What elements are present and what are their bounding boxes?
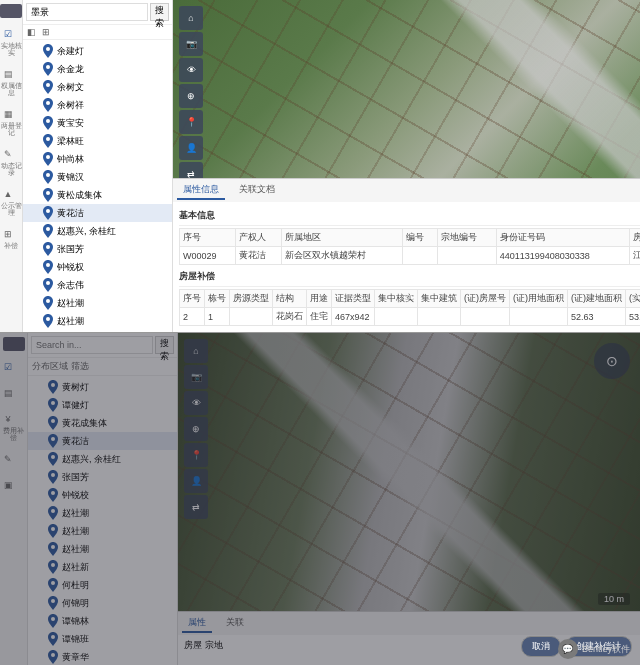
tree-header: 分布区域 筛选 [28, 358, 177, 376]
compass-icon[interactable]: ⊙ [594, 343, 630, 379]
info-panel: 基本信息 序号产权人所属地区编号宗地编号身份证号码房屋地址调查时间征地范围W00… [173, 202, 640, 332]
tree-item[interactable]: 钟锐校 [28, 486, 177, 504]
tree-item[interactable]: 张国芳 [28, 468, 177, 486]
map-tool-icon[interactable]: ⇄ [179, 162, 203, 178]
tree-item[interactable]: 黄锦汉 [23, 168, 172, 186]
tab-prop[interactable]: 属性 [182, 614, 212, 633]
pin-icon [48, 398, 58, 412]
tree-label: 余树祥 [57, 99, 84, 112]
tree-item[interactable]: 赵社新 [28, 558, 177, 576]
tree-item[interactable]: 谭健灯 [28, 396, 177, 414]
nav-icon[interactable]: ▤ [0, 66, 16, 82]
tree: 黄树灯谭健灯黄花成集体黄花洁赵惠兴, 余桂红张国芳钟锐校赵社潮赵社潮赵社潮赵社新… [28, 376, 177, 665]
sub-tab[interactable]: 房屋 [184, 640, 202, 650]
tree-item[interactable]: 黄树灯 [28, 378, 177, 396]
tree-label: 余志伟 [57, 279, 84, 292]
svg-point-7 [46, 173, 50, 177]
tree-item[interactable]: 赵社潮 [28, 540, 177, 558]
map-viewport[interactable]: ⌂📷👁⊕📍👤⇄ ⊙ 10 m [178, 333, 640, 611]
map-tool-icon[interactable]: 👁 [184, 391, 208, 415]
tree-item[interactable]: 黄松成集体 [23, 186, 172, 204]
tree-item[interactable]: 赵惠兴, 余桂红 [28, 450, 177, 468]
tree-item[interactable]: 赵社潮 [23, 294, 172, 312]
nav-icon[interactable]: ✎ [0, 451, 16, 467]
tree-item[interactable]: 钟锐权 [23, 258, 172, 276]
tab-properties[interactable]: 属性信息 [177, 181, 225, 200]
map-viewport[interactable]: ⌂📷👁⊕📍👤⇄ ⊙ 负责 30 m [173, 0, 640, 178]
tree-label: 谭锦班 [62, 633, 89, 646]
nav-icon[interactable]: ✎ [0, 146, 16, 162]
tab-documents[interactable]: 关联文档 [233, 181, 281, 200]
tree-item[interactable]: 余树文 [23, 78, 172, 96]
tree-item[interactable]: 余金龙 [23, 60, 172, 78]
svg-point-1 [46, 65, 50, 69]
tool-icon[interactable]: ◧ [27, 27, 36, 37]
main-area: ⌂📷👁⊕📍👤⇄ ⊙ 10 m 属性 关联 房屋 宗地 [178, 333, 640, 665]
nav-icon[interactable]: ▦ [0, 106, 16, 122]
nav-label: 动态记录 [0, 162, 22, 176]
map-tool-icon[interactable]: ⊕ [184, 417, 208, 441]
nav-icon[interactable]: ☑ [0, 26, 16, 42]
nav-icon[interactable]: ¥ [0, 411, 16, 427]
tree-label: 赵社新 [62, 561, 89, 574]
tree-item[interactable]: 赵社潮 [28, 522, 177, 540]
tree-item[interactable]: 黄花洁 [28, 432, 177, 450]
svg-point-40 [51, 599, 55, 603]
map-tool-icon[interactable]: ⊕ [179, 84, 203, 108]
tree-item[interactable]: 余建灯 [23, 42, 172, 60]
tree-item[interactable]: 赵社鞋 [23, 330, 172, 332]
nav-icon[interactable]: ▤ [0, 385, 16, 401]
tree-item[interactable]: 黄宝安 [23, 114, 172, 132]
search-button[interactable]: 搜索 [155, 336, 174, 354]
tree-item[interactable]: 何锦明 [28, 594, 177, 612]
search-input[interactable] [26, 3, 148, 21]
tree-item[interactable]: 张国芳 [23, 240, 172, 258]
tree-item[interactable]: 赵惠兴, 余桂红 [23, 222, 172, 240]
tree-item[interactable]: 余树祥 [23, 96, 172, 114]
tree-item[interactable]: 赵社潮 [28, 504, 177, 522]
nav-icon[interactable]: ▲ [0, 186, 16, 202]
map-tool-icon[interactable]: 👤 [179, 136, 203, 160]
tree-label: 余金龙 [57, 63, 84, 76]
tool-icon[interactable]: ⊞ [42, 27, 50, 37]
tree-item[interactable]: 赵社潮 [23, 312, 172, 330]
cell: 江门市新会区双水镇越荣村北心 [630, 247, 640, 265]
app-logo [0, 4, 22, 18]
map-tool-icon[interactable]: 📷 [179, 32, 203, 56]
map-tool-icon[interactable]: 👤 [184, 469, 208, 493]
tree-item[interactable]: 谭锦班 [28, 630, 177, 648]
nav-icon[interactable]: ⊞ [0, 226, 16, 242]
tree-item[interactable]: 何杜明 [28, 576, 177, 594]
tree-label: 何锦明 [62, 597, 89, 610]
cancel-button[interactable]: 取消 [521, 636, 561, 657]
svg-point-15 [46, 317, 50, 321]
cell: W00029 [180, 247, 236, 265]
tree-item[interactable]: 黄章华 [28, 648, 177, 665]
map-tool-icon[interactable]: 📷 [184, 365, 208, 389]
tree-item[interactable]: 余志伟 [23, 276, 172, 294]
map-tool-icon[interactable]: ⌂ [179, 6, 203, 30]
svg-point-34 [51, 491, 55, 495]
search-button[interactable]: 搜索 [150, 3, 169, 21]
tree-item[interactable]: 钟尚林 [23, 150, 172, 168]
search-input[interactable] [31, 336, 153, 354]
cell: 467x942 [332, 308, 375, 326]
tab-doc[interactable]: 关联 [220, 614, 250, 633]
map-tool-icon[interactable]: ⇄ [184, 495, 208, 519]
nav-icon[interactable]: ▣ [0, 477, 16, 493]
sub-tab[interactable]: 宗地 [205, 640, 223, 650]
map-tool-icon[interactable]: 👁 [179, 58, 203, 82]
map-tool-icon[interactable]: 📍 [179, 110, 203, 134]
tree-label: 余树文 [57, 81, 84, 94]
tree-item[interactable]: 梁林旺 [23, 132, 172, 150]
svg-point-31 [51, 437, 55, 441]
tree-item[interactable]: 谭锦林 [28, 612, 177, 630]
tree-item[interactable]: 黄花洁 [23, 204, 172, 222]
map-tool-icon[interactable]: 📍 [184, 443, 208, 467]
map-tool-icon[interactable]: ⌂ [184, 339, 208, 363]
tree-item[interactable]: 黄花成集体 [28, 414, 177, 432]
svg-point-3 [46, 101, 50, 105]
nav-icon[interactable]: ☑ [0, 359, 16, 375]
pin-icon [43, 62, 53, 76]
cell: 结构 [273, 290, 307, 308]
